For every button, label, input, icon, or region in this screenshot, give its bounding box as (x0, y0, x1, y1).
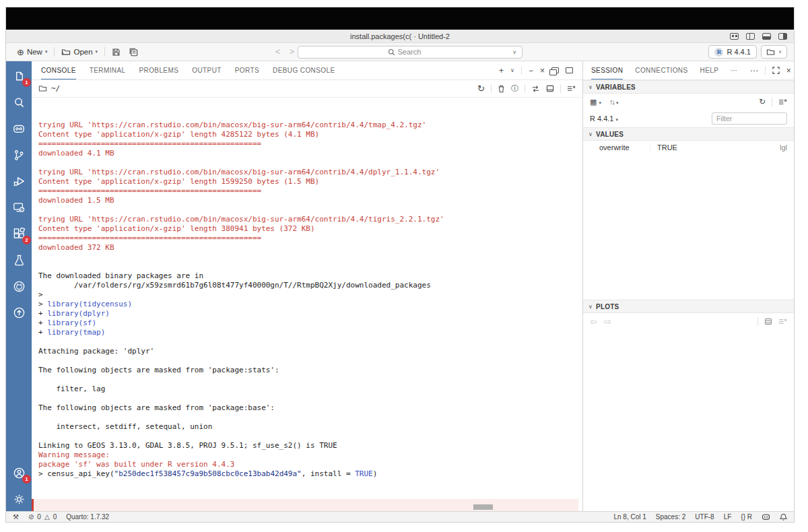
tab-ports[interactable]: PORTS (235, 61, 259, 79)
open-button[interactable]: Open ▾ (57, 44, 102, 59)
quarto-status[interactable]: Quarto: 1.7.32 (66, 513, 109, 521)
pane-more-actions-button[interactable]: ⋯ (750, 66, 758, 75)
settings-button[interactable] (11, 491, 27, 507)
tab-output[interactable]: OUTPUT (192, 61, 222, 79)
toggle-panel-icon[interactable] (762, 33, 771, 40)
errors-icon: ⊘ (28, 513, 34, 521)
customize-layout-icon[interactable] (730, 33, 739, 40)
accounts-button[interactable]: 1 (11, 465, 27, 481)
trash-icon[interactable] (498, 85, 505, 93)
warnings-icon: △ (44, 513, 50, 521)
previous-plot-button[interactable]: ⇦ (590, 317, 597, 327)
sidebar-item-search[interactable] (11, 94, 27, 110)
panel-tab-bar: CONSOLE TERMINAL PROBLEMS OUTPUT PORTS D… (32, 61, 582, 80)
nav-back-button[interactable]: < (275, 47, 280, 57)
clear-list-icon[interactable] (778, 98, 787, 106)
search-icon (388, 48, 395, 56)
git-branch-icon (13, 149, 25, 162)
console-line (38, 158, 582, 168)
sidebar-item-run-and-debug[interactable] (11, 173, 27, 189)
chevron-down-icon: ▾ (45, 49, 48, 55)
sidebar-item-github[interactable] (11, 278, 27, 294)
session-path[interactable]: ~/ (51, 84, 60, 93)
explorer-badge: 1 (22, 78, 31, 87)
new-console-button[interactable]: + (499, 66, 504, 75)
variables-section-header[interactable]: ∨ VARIABLES (583, 80, 794, 94)
interpreter-button[interactable]: R R 4.4.1 (708, 45, 756, 59)
tools-icon[interactable]: ⚒ (13, 513, 19, 521)
sidebar-item-explorer[interactable]: 1 (11, 68, 27, 84)
expand-pane-icon[interactable] (772, 67, 780, 74)
sidebar-item-source-control[interactable] (11, 147, 27, 163)
refresh-button[interactable]: ↻ (759, 97, 766, 106)
tab-console[interactable]: CONSOLE (41, 61, 76, 79)
chevron-down-icon: ∨ (588, 131, 593, 137)
save-all-icon (129, 48, 138, 57)
encoding-status[interactable]: UTF-8 (695, 513, 714, 521)
variable-value: TRUE (650, 143, 780, 152)
sidebar-item-publish[interactable] (11, 304, 27, 321)
variables-section-label: VARIABLES (596, 84, 636, 91)
restore-panel-icon[interactable] (551, 67, 559, 73)
filter-input[interactable] (712, 112, 787, 125)
search-box[interactable]: ∨ (298, 46, 523, 59)
divider (491, 84, 492, 93)
restart-console-button[interactable]: ↻ (477, 84, 485, 94)
chevron-down-icon[interactable]: ∨ (510, 67, 514, 73)
r-logo-icon: R (714, 48, 723, 57)
toggle-secondary-sidebar-icon[interactable] (778, 33, 787, 40)
tab-help[interactable]: HELP (700, 61, 719, 79)
sidebar-item-extensions[interactable]: 2 (11, 226, 27, 242)
next-plot-button[interactable]: ⇨ (604, 317, 611, 327)
clear-list-icon[interactable] (567, 85, 576, 92)
sort-button[interactable]: ↑↓ ▾ (609, 98, 619, 106)
group-by-button[interactable]: ▦ ▾ (590, 98, 601, 106)
nav-forward-button[interactable]: > (290, 47, 294, 57)
toggle-sidebar-icon[interactable] (746, 33, 755, 40)
eol-status[interactable]: LF (724, 513, 732, 521)
sidebar-item-testing[interactable] (11, 252, 27, 268)
clear-list-icon[interactable] (778, 318, 787, 325)
sidebar-item-remote-explorer[interactable] (11, 199, 27, 215)
indentation-status[interactable]: Spaces: 2 (656, 513, 685, 521)
tab-problems[interactable]: PROBLEMS (139, 61, 178, 79)
tab-terminal[interactable]: TERMINAL (90, 61, 126, 79)
close-pane-button[interactable]: × (786, 66, 791, 75)
tab-connections[interactable]: CONNECTIONS (635, 61, 687, 79)
plots-section-header[interactable]: ∨ PLOTS (583, 300, 794, 313)
close-panel-button[interactable]: × (540, 66, 545, 75)
interrupt-button[interactable]: ⓘ (511, 84, 518, 94)
search-input[interactable] (398, 48, 433, 56)
chevron-down-icon: ∨ (588, 304, 593, 310)
open-in-editor-icon[interactable] (546, 85, 554, 92)
copilot-icon[interactable] (762, 513, 770, 521)
save-button[interactable] (108, 44, 125, 59)
new-button[interactable]: ⊕ New ▾ (13, 44, 51, 59)
problems-status[interactable]: ⊘ 0 △ 0 (28, 513, 57, 521)
values-section-header[interactable]: ∨ VALUES (583, 127, 794, 141)
plot-panel-icon[interactable] (764, 318, 772, 325)
folder-icon (38, 85, 47, 92)
language-mode-status[interactable]: {} R (741, 513, 752, 521)
console-line: > library(tidycensus) (38, 300, 582, 309)
maximize-panel-icon[interactable] (566, 67, 573, 73)
console-output[interactable]: trying URL 'https://cran.rstudio.com/bin… (32, 98, 582, 511)
minimize-panel-button[interactable]: − (529, 66, 533, 75)
notifications-bell-icon[interactable] (780, 513, 787, 521)
hscrollbar-thumb[interactable] (473, 504, 493, 510)
tab-debug-console[interactable]: DEBUG CONSOLE (273, 61, 335, 79)
move-console-icon[interactable] (531, 85, 540, 93)
save-all-button[interactable] (125, 44, 142, 59)
cursor-position-status[interactable]: Ln 8, Col 1 (613, 513, 646, 521)
console-line: ========================================… (38, 187, 582, 196)
console-line: filter, lag (38, 385, 582, 394)
runtime-select[interactable]: R 4.4.1 ▾ (590, 114, 618, 123)
console-line: downloaded 1.5 MB (38, 196, 582, 205)
tab-session[interactable]: SESSION (591, 61, 623, 79)
more-tabs-button[interactable]: ⋯ (731, 61, 737, 79)
sidebar-item-assistant[interactable] (11, 121, 27, 137)
workspace-button[interactable]: ∨ (761, 45, 787, 59)
values-section-label: VALUES (596, 131, 624, 138)
variable-row[interactable]: overwrite TRUE lgl (583, 141, 794, 154)
grid-icon: ▦ (590, 98, 597, 106)
